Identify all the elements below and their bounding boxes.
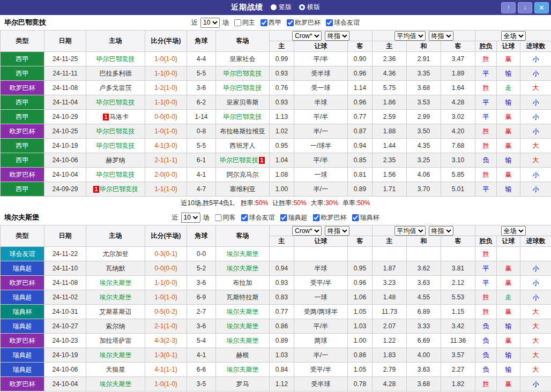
team-link[interactable]: 巴拉多利德 (100, 70, 132, 77)
league-filter-checkbox-input[interactable] (260, 19, 267, 26)
result-cell: 负 (475, 348, 497, 363)
team-link[interactable]: 埃尔夫斯堡 (227, 366, 259, 373)
league-filter-checkbox-input[interactable] (287, 19, 294, 26)
goals-result-cell: 小 (520, 110, 551, 124)
team-link[interactable]: 毕尔巴鄂竞技 (96, 142, 135, 149)
layout-radio-horizontal[interactable]: 横版 (299, 3, 320, 12)
league-filter-checkbox[interactable]: 球会友谊 (241, 213, 275, 222)
league-filter-checkbox[interactable]: 球会友谊 (326, 18, 360, 27)
same-venue-checkbox[interactable]: 同主 (234, 18, 255, 27)
score-cell: 1-1(0-0) (145, 95, 187, 110)
league-type-cell: 球会友谊 (1, 247, 44, 261)
team-link[interactable]: 塞维利亚 (230, 185, 256, 193)
team-link[interactable]: 埃尔夫斯堡 (100, 351, 132, 359)
league-filter-checkbox[interactable]: 瑞典杯 (352, 213, 379, 222)
date-cell: 24-10-25 (44, 124, 86, 139)
team-link[interactable]: 赫根 (236, 351, 249, 359)
team-link[interactable]: 埃尔夫斯堡 (227, 337, 259, 344)
team-link[interactable]: 天狼星 (106, 366, 125, 373)
team-link[interactable]: 阿尔克马尔 (227, 171, 259, 178)
avg-home-cell: 1.48 (373, 290, 407, 305)
team-link[interactable]: 毕尔巴鄂竞技 (96, 99, 135, 106)
away-odds-cell: 0.90 (348, 52, 373, 66)
handicap-result-cell: 赢 (497, 334, 520, 348)
team-link[interactable]: 埃尔夫斯堡 (100, 380, 132, 388)
team-link[interactable]: 皇家社会 (230, 55, 256, 63)
team-link[interactable]: 布拉加 (233, 279, 252, 287)
team-link[interactable]: 尤尔加登 (103, 250, 129, 258)
average-select[interactable]: 平均值 (394, 31, 426, 41)
team-link[interactable]: 马洛卡 (109, 113, 129, 120)
team-link[interactable]: 罗马 (236, 380, 249, 388)
team-link[interactable]: 艾斯基斯迈 (100, 308, 132, 315)
column-header: 比分(半场) (145, 31, 187, 52)
team-link[interactable]: 毕尔巴鄂竞技 (96, 171, 135, 178)
bookmaker-select[interactable]: Crow* (292, 31, 322, 41)
team-link[interactable]: 埃尔夫斯堡 (100, 293, 132, 301)
corner-cell: 4-4 (187, 52, 216, 66)
league-filter-checkbox-input[interactable] (241, 214, 248, 221)
team-link[interactable]: 毕尔巴鄂竞技 (96, 55, 135, 63)
scroll-down-button[interactable]: ↓ (518, 2, 532, 13)
league-filter-checkbox[interactable]: 西甲 (260, 18, 281, 27)
team-link[interactable]: 毕尔巴鄂竞技 (96, 127, 135, 135)
sub-column-header: 进球数 (520, 41, 551, 52)
league-type-cell: 瑞典超 (1, 348, 44, 363)
date-cell: 24-11-08 (44, 276, 86, 290)
team-link[interactable]: 加拉塔萨雷 (100, 337, 132, 344)
league-filter-checkbox-input[interactable] (326, 19, 333, 26)
sub-column-header: 让球 (294, 41, 348, 52)
team-link[interactable]: 瓦斯特拉斯 (227, 293, 259, 301)
match-count-select[interactable]: 10 (181, 213, 200, 223)
league-filter-checkbox[interactable]: 欧罗巴杯 (287, 18, 321, 27)
same-venue-checkbox[interactable]: 同客 (215, 213, 236, 222)
match-scope-select[interactable]: 全场 (501, 31, 526, 41)
team-link[interactable]: 皇家贝蒂斯 (227, 99, 259, 106)
odds-time-select[interactable]: 终指 (325, 31, 349, 41)
team-link[interactable]: 赫罗纳 (106, 156, 125, 164)
bookmaker-select[interactable]: Crow* (292, 226, 322, 236)
match-count-select[interactable]: 10 (200, 18, 220, 28)
match-row: 欧罗巴杯24-10-25毕尔巴鄂竞技1-0(1-0)0-8布拉格斯拉维亚1.02… (1, 124, 551, 139)
team-link[interactable]: 埃尔夫斯堡 (227, 250, 259, 258)
league-filter-checkbox-label: 瑞典杯 (360, 213, 379, 222)
league-filter-checkbox-input[interactable] (352, 214, 359, 221)
team-link[interactable]: 毕尔巴鄂竞技 (224, 70, 262, 77)
close-button[interactable]: ✕ (534, 2, 549, 13)
away-odds-cell: 1.05 (348, 305, 373, 319)
team-link[interactable]: 西班牙人 (230, 142, 256, 149)
team-link[interactable]: 埃尔夫斯堡 (227, 322, 259, 330)
away-odds-cell: 1.14 (348, 81, 373, 95)
team-link[interactable]: 毕尔巴鄂竞技 (100, 185, 138, 193)
sub-column-header: 让球 (294, 236, 348, 247)
team-link[interactable]: 毕尔巴鄂竞技 (220, 156, 258, 164)
league-filter-checkbox[interactable]: 欧罗巴杯 (313, 213, 347, 222)
team-link[interactable]: 埃尔夫斯堡 (227, 265, 259, 272)
league-filter-checkbox[interactable]: 瑞典超 (280, 213, 308, 222)
same-venue-checkbox-input[interactable] (234, 19, 241, 26)
league-filter-checkbox-input[interactable] (280, 214, 287, 221)
away-team-cell: 阿尔克马尔 (216, 168, 270, 182)
team-link[interactable]: 瓦纳默 (106, 265, 125, 272)
match-scope-select[interactable]: 全场 (501, 226, 526, 236)
league-filter-checkbox-input[interactable] (313, 214, 320, 221)
team-link[interactable]: 索尔纳 (106, 322, 125, 330)
team-link[interactable]: 布拉格斯拉维亚 (220, 127, 265, 135)
avg-odds-time-select[interactable]: 终指 (429, 226, 453, 236)
date-cell: 24-09-29 (44, 182, 86, 197)
avg-odds-time-select[interactable]: 终指 (429, 31, 453, 41)
same-venue-checkbox-input[interactable] (215, 214, 222, 221)
team-link[interactable]: 卢多戈雷茨 (100, 84, 132, 92)
team-link[interactable]: 埃尔夫斯堡 (227, 308, 259, 315)
team-link[interactable]: 毕尔巴鄂竞技 (224, 113, 262, 120)
corner-cell: 5-4 (187, 334, 216, 348)
layout-radio-vertical[interactable]: 竖版 (271, 3, 292, 12)
home-team-cell: 巴拉多利德 (86, 66, 145, 81)
scroll-up-button[interactable]: ↑ (501, 2, 516, 13)
team-link[interactable]: 毕尔巴鄂竞技 (224, 84, 262, 92)
home-team-cell: 赫罗纳 (86, 153, 145, 168)
team-link[interactable]: 埃尔夫斯堡 (100, 279, 132, 287)
odds-time-select[interactable]: 终指 (325, 226, 349, 236)
result-cell: 负 (475, 334, 497, 348)
average-select[interactable]: 平均值 (394, 226, 426, 236)
